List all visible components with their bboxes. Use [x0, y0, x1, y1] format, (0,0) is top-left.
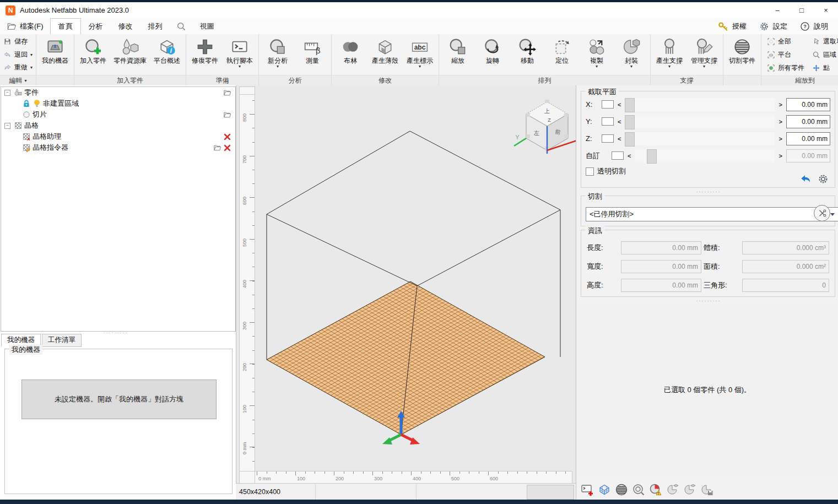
tab-search-zone[interactable] [170, 18, 192, 34]
clip-value-field[interactable]: 0.00 mm [786, 115, 830, 128]
viewport-3d[interactable]: 8007006005004003002001000 mm 0 mm1002003… [236, 85, 576, 483]
save-button[interactable]: 儲存 [3, 36, 33, 47]
slider-left-arrow[interactable]: < [628, 153, 631, 159]
pack-save-button[interactable] [700, 483, 713, 496]
slider-thumb[interactable] [625, 115, 635, 129]
clip-enable-checkbox[interactable] [602, 134, 614, 143]
undo-button[interactable]: 退回▾ [3, 49, 33, 61]
tree-expander-icon[interactable]: − [4, 90, 10, 96]
clipping-settings-gear-icon[interactable] [817, 173, 829, 185]
tree-item-晶格[interactable]: −晶格 [1, 120, 235, 131]
zoom-region-button[interactable]: 區域 [812, 48, 838, 61]
machine-tab-工作清單[interactable]: 工作清單 [42, 334, 82, 347]
slider-right-arrow[interactable]: > [779, 118, 782, 125]
build-volume-canvas[interactable]: 上 Z 左 前 Y X [254, 86, 576, 471]
pack-button[interactable]: 封裝▾ [614, 35, 648, 74]
clip-value-field[interactable]: 0.00 mm [786, 149, 830, 162]
new-analysis-button[interactable]: 新分析▾ [261, 35, 295, 74]
slice-view-button[interactable] [615, 483, 628, 496]
pack-rotate-2-button[interactable] [683, 483, 696, 496]
minimize-button[interactable]: – [765, 2, 790, 18]
create-shell-button[interactable]: 產生薄殼 [368, 35, 402, 74]
settings-button[interactable]: 設定 [759, 21, 787, 32]
clip-slider[interactable] [625, 132, 775, 145]
slider-thumb[interactable] [647, 149, 657, 164]
part-library-button[interactable]: 零件資源庫 [111, 35, 149, 74]
run-script-button[interactable]: 執行腳本▾ [223, 35, 257, 74]
cut-mode-dropdown[interactable]: <已停用切割> [586, 207, 838, 221]
slider-right-arrow[interactable]: > [779, 136, 782, 142]
tab-視圖[interactable]: 視圖 [192, 18, 222, 34]
repair-status-button[interactable] [649, 483, 662, 496]
help-button[interactable]: ?說明 [799, 21, 828, 32]
tab-排列[interactable]: 排列 [140, 18, 170, 34]
rotate-button[interactable]: 旋轉 [475, 35, 510, 74]
reset-clipping-icon[interactable] [799, 173, 812, 185]
zoom-view-button[interactable] [632, 483, 645, 496]
measure-button[interactable]: β測量 [295, 35, 329, 74]
clip-enable-checkbox[interactable] [612, 151, 624, 160]
slider-right-arrow[interactable]: > [779, 153, 782, 159]
add-part-button[interactable]: 加入零件 [76, 35, 110, 74]
slider-thumb[interactable] [625, 132, 635, 147]
clip-slider[interactable] [625, 115, 775, 128]
slider-left-arrow[interactable]: < [618, 118, 621, 125]
tree-item-晶格指令器[interactable]: 晶格指令器 [1, 142, 235, 153]
zoom-point-button[interactable]: 點 [812, 62, 838, 74]
clip-slider[interactable] [625, 98, 775, 111]
zoom-selection-button[interactable]: 選取項 [812, 35, 838, 48]
manage-support-button[interactable]: 管理支撐▾ [687, 35, 721, 74]
setup-machine-button[interactable]: 未設定機器。開啟「我的機器」對話方塊 [21, 380, 217, 419]
platform-overview-button[interactable]: i平台概述 [150, 35, 184, 74]
file-menu-button[interactable]: 檔案(F) [0, 18, 50, 34]
move-button[interactable]: 移動 [510, 35, 544, 74]
lattice-view-button[interactable] [598, 483, 611, 496]
tree-item-非建置區域[interactable]: 非建置區域 [1, 98, 235, 109]
license-button[interactable]: 授權 [718, 21, 747, 32]
orient-button[interactable]: 定位 [545, 35, 579, 74]
delete-icon[interactable] [223, 144, 231, 152]
panel-splitter[interactable]: ········· [88, 330, 143, 335]
pack-rotate-1-button[interactable] [666, 483, 679, 496]
scale-button[interactable]: 縮放 [441, 35, 475, 74]
tree-item-切片[interactable]: 切片 [1, 109, 235, 120]
panel-splitter[interactable]: ········· [681, 189, 736, 194]
maximize-button[interactable]: □ [790, 2, 814, 18]
zoom-all-parts-button[interactable]: 所有零件 [767, 62, 804, 74]
create-support-button[interactable]: 產生支撐▾ [652, 35, 686, 74]
close-button[interactable]: × [814, 2, 838, 18]
folder-open-icon[interactable] [223, 89, 231, 97]
clip-slider[interactable] [635, 149, 775, 162]
clip-enable-checkbox[interactable] [602, 117, 614, 126]
cut-scissors-button[interactable] [814, 205, 830, 221]
repair-part-button[interactable]: 修復零件 [188, 35, 222, 74]
slider-left-arrow[interactable]: < [618, 136, 621, 142]
tab-修改[interactable]: 修改 [111, 18, 140, 34]
redo-button[interactable]: 重做▾ [3, 62, 33, 73]
boolean-button[interactable]: 布林 [333, 35, 367, 74]
slider-right-arrow[interactable]: > [779, 101, 782, 108]
tab-首頁[interactable]: 首頁 [50, 18, 81, 35]
ribbon-group-label[interactable]: 編輯▾ [0, 75, 36, 85]
clip-enable-checkbox[interactable] [602, 100, 614, 109]
folder-open-icon[interactable] [223, 111, 231, 119]
tree-item-零件[interactable]: −零件 [1, 87, 235, 98]
zoom-platform-button[interactable]: 平台 [767, 48, 804, 61]
run-script-add-button[interactable] [581, 483, 594, 496]
create-label-button[interactable]: abc產生標示▾ [403, 35, 437, 74]
zoom-all-button[interactable]: 全部 [767, 35, 804, 48]
tree-expander-icon[interactable]: − [4, 123, 10, 129]
panel-splitter[interactable]: ········· [681, 298, 736, 304]
delete-icon[interactable] [223, 133, 231, 141]
clip-value-field[interactable]: 0.00 mm [786, 132, 830, 145]
folder-open-icon[interactable] [213, 144, 221, 152]
slider-thumb[interactable] [625, 98, 635, 112]
scene-tree[interactable]: −零件非建置區域切片−晶格A晶格助理晶格指令器 [1, 86, 236, 332]
clip-value-field[interactable]: 0.00 mm [786, 98, 830, 111]
my-machine-button[interactable]: 我的機器 [38, 35, 72, 74]
slider-left-arrow[interactable]: < [618, 101, 621, 108]
transparent-cut-checkbox[interactable] [586, 167, 594, 176]
tree-item-晶格助理[interactable]: A晶格助理 [1, 131, 235, 142]
tab-分析[interactable]: 分析 [81, 18, 111, 34]
cut-part-button[interactable]: 切割零件 [725, 35, 759, 74]
